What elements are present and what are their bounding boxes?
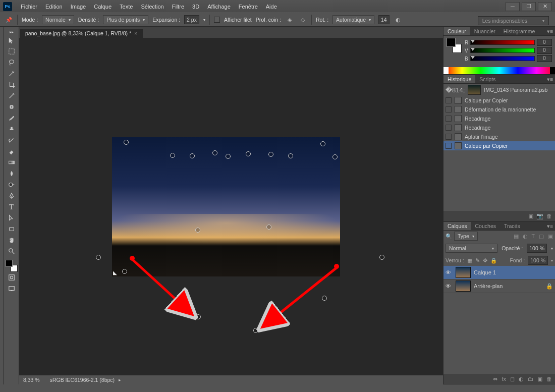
zoom-status[interactable]: 8,33 % — [23, 377, 40, 383]
expansion-field[interactable]: 2 px — [184, 15, 199, 24]
fx-icon[interactable]: fx — [502, 376, 506, 382]
show-mesh-checkbox[interactable] — [214, 17, 220, 23]
wand-tool[interactable] — [6, 68, 18, 79]
filter-shape-icon[interactable]: ▢ — [539, 233, 544, 239]
history-item[interactable]: Calque par Copier — [443, 96, 555, 105]
eraser-tool[interactable] — [6, 146, 18, 157]
viewport[interactable]: ◣ — [19, 38, 443, 375]
menu-text[interactable]: Texte — [116, 2, 136, 11]
new-layer-icon[interactable]: ▣ — [537, 376, 542, 382]
tab-color[interactable]: Couleur — [443, 27, 470, 35]
menu-selection[interactable]: Sélection — [137, 2, 167, 11]
panel-menu-icon[interactable]: ▾≡ — [545, 223, 555, 229]
rot-dropdown[interactable]: Automatique▾ — [332, 15, 374, 24]
panel-menu-icon[interactable]: ▾≡ — [545, 76, 555, 82]
spectrum-bar[interactable] — [443, 67, 555, 74]
menu-filter[interactable]: Filtre — [169, 2, 188, 11]
puppet-pin[interactable] — [195, 228, 200, 233]
depth-fwd-icon[interactable]: ◈ — [285, 15, 294, 24]
move-tool[interactable] — [6, 35, 18, 46]
workspace-dropdown[interactable]: Les indispensables▾ — [478, 16, 549, 25]
menu-3d[interactable]: 3D — [189, 2, 203, 11]
menu-window[interactable]: Fenêtre — [235, 2, 261, 11]
puppet-pin[interactable] — [320, 141, 325, 146]
color-swatches[interactable] — [6, 260, 18, 272]
tab-swatches[interactable]: Nuancier — [470, 27, 500, 35]
history-brush-tool[interactable] — [6, 135, 18, 146]
pen-tool[interactable] — [6, 190, 18, 201]
gradient-tool[interactable] — [6, 157, 18, 168]
stamp-tool[interactable] — [6, 124, 18, 135]
group-icon[interactable]: 🗀 — [528, 376, 533, 382]
rot-dial-icon[interactable]: ◐ — [394, 15, 403, 24]
lock-pixels-icon[interactable]: ✎ — [475, 257, 480, 263]
screenmode-tool[interactable] — [6, 283, 18, 294]
filter-type-icon[interactable]: T — [532, 233, 535, 239]
puppet-pin[interactable] — [332, 154, 338, 159]
layer-name[interactable]: Calque 1 — [474, 269, 496, 275]
path-select-tool[interactable] — [6, 212, 18, 223]
puppet-pin[interactable] — [288, 153, 293, 158]
layer-filter-dropdown[interactable]: Type▾ — [454, 232, 478, 241]
layer-name[interactable]: Arrière-plan — [474, 283, 503, 289]
slider-red[interactable] — [470, 40, 535, 45]
puppet-pin[interactable] — [379, 255, 384, 260]
panel-menu-icon[interactable]: ▾≡ — [545, 28, 555, 34]
eyedropper-tool[interactable] — [6, 90, 18, 101]
tab-close-icon[interactable]: × — [134, 30, 137, 36]
history-item[interactable]: Calque par Copier — [443, 141, 555, 150]
menu-view[interactable]: Affichage — [204, 2, 234, 11]
visibility-icon[interactable]: 👁 — [446, 283, 453, 289]
color-panel-swatches[interactable] — [447, 38, 462, 53]
collapse-icon[interactable]: ▸▸ — [6, 29, 18, 35]
dodge-tool[interactable] — [6, 179, 18, 190]
tab-paths[interactable]: Tracés — [500, 222, 524, 230]
tab-histogram[interactable]: Histogramme — [500, 27, 539, 35]
lock-transparent-icon[interactable]: ▦ — [467, 257, 472, 263]
tab-layers[interactable]: Calques — [443, 222, 471, 230]
blur-tool[interactable] — [6, 168, 18, 179]
filter-pixel-icon[interactable]: ▦ — [514, 233, 519, 239]
puppet-pin[interactable] — [266, 225, 271, 230]
link-icon[interactable]: ⇔ — [493, 376, 497, 382]
new-snapshot-icon[interactable]: ▣ — [528, 213, 533, 219]
lasso-tool[interactable] — [6, 57, 18, 68]
blue-value[interactable]: 0 — [537, 55, 552, 62]
menu-edit[interactable]: Edition — [42, 2, 66, 11]
menu-file[interactable]: Fichier — [17, 2, 41, 11]
tab-scripts[interactable]: Scripts — [475, 75, 500, 83]
red-value[interactable]: 0 — [537, 39, 552, 46]
history-item[interactable]: Déformation de la marionnette — [443, 105, 555, 114]
maximize-button[interactable]: ☐ — [522, 2, 536, 11]
history-item[interactable]: Aplatir l'image — [443, 132, 555, 141]
puppet-pin[interactable] — [212, 150, 217, 155]
puppet-pin[interactable] — [124, 140, 129, 145]
document-tab[interactable]: pano_base.jpg @ 8,33% (Calque 1, RVB/8) … — [20, 29, 143, 38]
delete-layer-icon[interactable]: 🗑 — [546, 376, 552, 382]
lock-all-icon[interactable]: 🔒 — [490, 257, 497, 264]
green-value[interactable]: 0 — [537, 47, 552, 54]
fill-field[interactable]: 100 % — [528, 256, 548, 265]
puppet-pin[interactable] — [190, 153, 195, 158]
menu-layer[interactable]: Calque — [90, 2, 115, 11]
layer-row[interactable]: 👁 Arrière-plan 🔒 — [443, 279, 555, 293]
adjust-icon[interactable]: ◐ — [519, 376, 524, 382]
tool-preset-icon[interactable]: 📌 — [4, 15, 13, 24]
lock-position-icon[interactable]: ✥ — [483, 257, 487, 263]
menu-help[interactable]: Aide — [262, 2, 281, 11]
puppet-pin[interactable] — [170, 153, 175, 158]
puppet-pin[interactable] — [268, 152, 273, 157]
slider-green[interactable] — [470, 48, 535, 53]
minimize-button[interactable]: ─ — [506, 2, 520, 11]
healing-tool[interactable] — [6, 101, 18, 113]
blend-mode-dropdown[interactable]: Normal▾ — [446, 244, 497, 253]
hand-tool[interactable] — [6, 235, 18, 246]
visibility-icon[interactable]: 👁 — [446, 269, 453, 275]
layer-row[interactable]: 👁 Calque 1 — [443, 266, 555, 279]
puppet-pin[interactable] — [246, 151, 251, 156]
history-item[interactable]: Recadrage — [443, 114, 555, 123]
slider-blue[interactable] — [470, 56, 535, 61]
zoom-tool[interactable] — [6, 246, 18, 257]
density-dropdown[interactable]: Plus de points▾ — [103, 15, 148, 24]
camera-icon[interactable]: 📷 — [536, 213, 543, 219]
